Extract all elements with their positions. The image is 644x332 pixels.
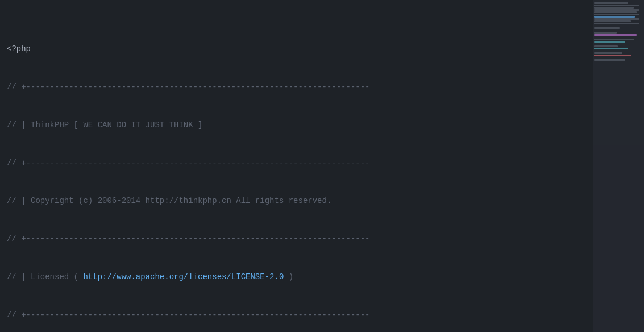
line-4: // +------------------------------------… (7, 157, 644, 169)
minimap (593, 0, 644, 332)
line-2: // +------------------------------------… (7, 81, 644, 93)
line-5: // | Copyright (c) 2006-2014 http://thin… (7, 194, 644, 207)
code-content: <?php // +------------------------------… (0, 0, 644, 332)
code-editor: <?php // +------------------------------… (0, 0, 644, 332)
line-3: // | ThinkPHP [ WE CAN DO IT JUST THINK … (7, 119, 644, 131)
line-1: <?php (7, 43, 644, 55)
minimap-content (593, 0, 644, 64)
line-6: // +------------------------------------… (7, 233, 644, 245)
line-8: // +------------------------------------… (7, 309, 644, 321)
line-7: // | Licensed ( http://www.apache.org/li… (7, 271, 644, 283)
